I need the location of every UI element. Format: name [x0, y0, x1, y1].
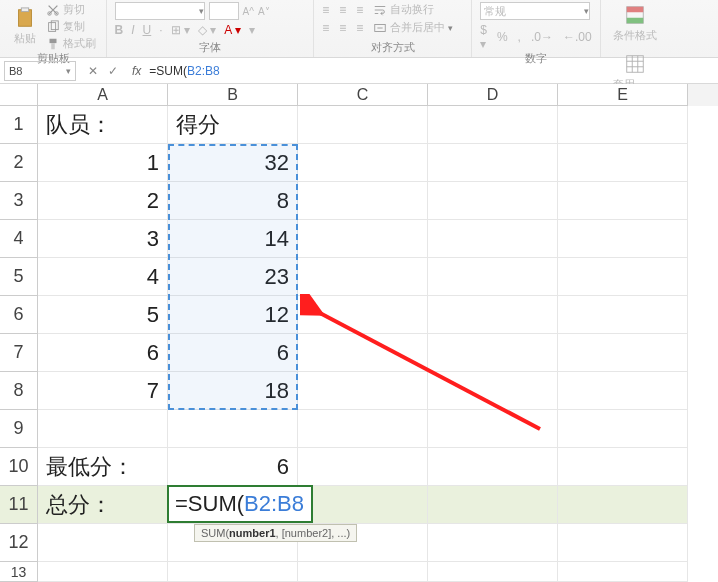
cancel-button[interactable]: ✕: [88, 64, 98, 78]
col-header-E[interactable]: E: [558, 84, 688, 106]
col-header-A[interactable]: A: [38, 84, 168, 106]
cell-E13[interactable]: [558, 562, 688, 582]
cell-D10[interactable]: [428, 448, 558, 486]
cell-C7[interactable]: [298, 334, 428, 372]
cell-D8[interactable]: [428, 372, 558, 410]
cell-D12[interactable]: [428, 524, 558, 562]
cell-A13[interactable]: [38, 562, 168, 582]
cell-D1[interactable]: [428, 106, 558, 144]
cell-E2[interactable]: [558, 144, 688, 182]
cell-C4[interactable]: [298, 220, 428, 258]
cell-E12[interactable]: [558, 524, 688, 562]
cell-A6[interactable]: 5: [38, 296, 168, 334]
formula-input[interactable]: =SUM(B2:B8: [147, 64, 718, 78]
cell-D9[interactable]: [428, 410, 558, 448]
cell-D3[interactable]: [428, 182, 558, 220]
cell-B8[interactable]: 18: [168, 372, 298, 410]
align-bot-button[interactable]: ≡: [356, 3, 363, 17]
paste-button[interactable]: 粘贴: [10, 5, 40, 48]
cell-A7[interactable]: 6: [38, 334, 168, 372]
bold-button[interactable]: B: [115, 23, 124, 37]
comma-button[interactable]: ,: [518, 30, 521, 44]
cell-B10[interactable]: 6: [168, 448, 298, 486]
cell-B3[interactable]: 8: [168, 182, 298, 220]
currency-button[interactable]: $ ▾: [480, 23, 487, 51]
cell-E8[interactable]: [558, 372, 688, 410]
cell-A9[interactable]: [38, 410, 168, 448]
col-header-B[interactable]: B: [168, 84, 298, 106]
cell-A5[interactable]: 4: [38, 258, 168, 296]
fx-button[interactable]: fx: [126, 64, 147, 78]
underline-button[interactable]: U: [143, 23, 152, 37]
cell-E10[interactable]: [558, 448, 688, 486]
font-color-button[interactable]: A ▾: [224, 23, 241, 37]
align-top-button[interactable]: ≡: [322, 3, 329, 17]
name-box[interactable]: B8 ▾: [4, 61, 76, 81]
col-header-D[interactable]: D: [428, 84, 558, 106]
cell-B4[interactable]: 14: [168, 220, 298, 258]
cell-B6[interactable]: 12: [168, 296, 298, 334]
conditional-format-button[interactable]: 条件格式: [609, 2, 661, 45]
cell-C1[interactable]: [298, 106, 428, 144]
cell-C8[interactable]: [298, 372, 428, 410]
row-header-10[interactable]: 10: [0, 448, 38, 486]
font-family-select[interactable]: ▾: [115, 2, 205, 20]
format-painter-button[interactable]: 格式刷: [46, 36, 96, 51]
cell-C9[interactable]: [298, 410, 428, 448]
cell-E3[interactable]: [558, 182, 688, 220]
cell-C5[interactable]: [298, 258, 428, 296]
cell-A2[interactable]: 1: [38, 144, 168, 182]
cell-D4[interactable]: [428, 220, 558, 258]
row-header-3[interactable]: 3: [0, 182, 38, 220]
cell-B5[interactable]: 23: [168, 258, 298, 296]
cell-E6[interactable]: [558, 296, 688, 334]
cell-C6[interactable]: [298, 296, 428, 334]
italic-button[interactable]: I: [131, 23, 134, 37]
cut-button[interactable]: 剪切: [46, 2, 96, 17]
number-format-select[interactable]: 常规▾: [480, 2, 590, 20]
copy-button[interactable]: 复制: [46, 19, 96, 34]
row-header-7[interactable]: 7: [0, 334, 38, 372]
cell-E1[interactable]: [558, 106, 688, 144]
cell-C3[interactable]: [298, 182, 428, 220]
cell-A8[interactable]: 7: [38, 372, 168, 410]
merge-button[interactable]: 合并后居中 ▾: [373, 20, 453, 35]
cell-D6[interactable]: [428, 296, 558, 334]
cell-B13[interactable]: [168, 562, 298, 582]
increase-decimal-button[interactable]: .0→: [531, 30, 553, 44]
confirm-button[interactable]: ✓: [108, 64, 118, 78]
decrease-font-button[interactable]: A˅: [258, 6, 270, 17]
row-header-2[interactable]: 2: [0, 144, 38, 182]
cell-A3[interactable]: 2: [38, 182, 168, 220]
cell-A12[interactable]: [38, 524, 168, 562]
align-left-button[interactable]: ≡: [322, 21, 329, 35]
cell-B7[interactable]: 6: [168, 334, 298, 372]
row-header-9[interactable]: 9: [0, 410, 38, 448]
cell-D5[interactable]: [428, 258, 558, 296]
row-header-8[interactable]: 8: [0, 372, 38, 410]
select-all-corner[interactable]: [0, 84, 38, 106]
cell-C13[interactable]: [298, 562, 428, 582]
cell-B1[interactable]: 得分: [168, 106, 298, 144]
border-button[interactable]: ⊞ ▾: [171, 23, 190, 37]
cell-B9[interactable]: [168, 410, 298, 448]
cell-E5[interactable]: [558, 258, 688, 296]
row-header-13[interactable]: 13: [0, 562, 38, 582]
cell-C11[interactable]: [298, 486, 428, 524]
increase-font-button[interactable]: A^: [243, 6, 254, 17]
decrease-decimal-button[interactable]: ←.00: [563, 30, 592, 44]
cell-C2[interactable]: [298, 144, 428, 182]
cell-C10[interactable]: [298, 448, 428, 486]
cell-D2[interactable]: [428, 144, 558, 182]
cell-B2[interactable]: 32: [168, 144, 298, 182]
wrap-text-button[interactable]: 自动换行: [373, 2, 434, 17]
col-header-C[interactable]: C: [298, 84, 428, 106]
row-header-1[interactable]: 1: [0, 106, 38, 144]
cell-editor[interactable]: =SUM(B2:B8: [167, 485, 313, 523]
cell-D13[interactable]: [428, 562, 558, 582]
align-right-button[interactable]: ≡: [356, 21, 363, 35]
cell-E11[interactable]: [558, 486, 688, 524]
cell-A4[interactable]: 3: [38, 220, 168, 258]
align-center-button[interactable]: ≡: [339, 21, 346, 35]
cell-D7[interactable]: [428, 334, 558, 372]
